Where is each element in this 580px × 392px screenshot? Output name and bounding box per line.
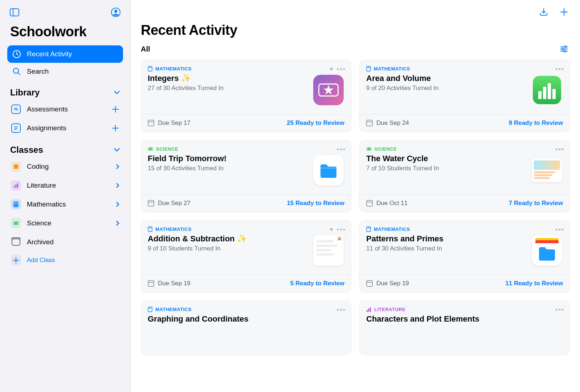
ready-to-review-link[interactable]: 15 Ready to Review xyxy=(287,200,344,207)
svg-point-5 xyxy=(13,68,19,73)
subject-icon xyxy=(366,146,372,152)
activity-card[interactable]: MATHEMATICS Addition & Subtraction ✨ 9 o… xyxy=(141,220,351,293)
ready-to-review-link[interactable]: 5 Ready to Review xyxy=(290,280,344,287)
card-body: LITERATURE Characters and Plot Elements … xyxy=(360,301,569,355)
sidebar-item-literature[interactable]: Literature xyxy=(7,176,123,195)
svg-point-36 xyxy=(562,48,564,50)
subject-label: LITERATURE xyxy=(374,307,405,312)
assignments-icon xyxy=(11,123,21,133)
due-date: Due Sep 19 xyxy=(148,280,191,287)
svg-rect-57 xyxy=(370,307,371,312)
atom-icon xyxy=(11,218,21,228)
favorite-icon[interactable]: ♥ xyxy=(330,226,333,233)
ready-to-review-link[interactable]: 25 Ready to Review xyxy=(287,119,344,127)
svg-line-6 xyxy=(18,73,20,75)
card-actions: ••• xyxy=(337,306,346,314)
subject-icon xyxy=(148,226,152,232)
subject-icon xyxy=(148,146,153,152)
chevron-right-icon xyxy=(116,183,119,188)
account-icon[interactable] xyxy=(110,7,122,18)
add-assignment-button[interactable] xyxy=(111,124,119,132)
svg-point-22 xyxy=(17,204,17,205)
svg-point-38 xyxy=(564,50,566,52)
activity-card[interactable]: MATHEMATICS Area and Volume 9 of 20 Acti… xyxy=(359,60,570,132)
ready-to-review-link[interactable]: 11 Ready to Review xyxy=(505,280,563,287)
more-options-button[interactable]: ••• xyxy=(555,146,564,153)
card-content: MATHEMATICS Integers ✨ 27 of 30 Activiti… xyxy=(148,66,310,110)
sidebar-item-mathematics[interactable]: Mathematics xyxy=(7,195,123,214)
svg-rect-49 xyxy=(148,227,152,232)
svg-rect-55 xyxy=(367,310,368,312)
more-options-button[interactable]: ••• xyxy=(337,306,346,314)
toggle-sidebar-icon[interactable] xyxy=(9,7,20,18)
code-icon xyxy=(11,162,21,172)
card-body: MATHEMATICS Addition & Subtraction ✨ 9 o… xyxy=(141,221,351,274)
sidebar-item-recent-activity[interactable]: Recent Activity xyxy=(7,45,123,63)
svg-point-26 xyxy=(16,223,17,224)
subject-icon xyxy=(148,307,152,312)
add-assessment-button[interactable] xyxy=(111,105,119,113)
svg-rect-15 xyxy=(14,186,15,188)
svg-point-3 xyxy=(114,10,117,13)
svg-rect-39 xyxy=(148,66,152,71)
sidebar-item-label: Recent Activity xyxy=(27,50,72,58)
plus-icon xyxy=(11,255,21,265)
sidebar-item-science[interactable]: Science xyxy=(7,214,123,233)
card-title: Area and Volume xyxy=(366,74,528,83)
more-options-button[interactable]: ••• xyxy=(555,306,564,314)
svg-point-23 xyxy=(15,205,15,206)
subject-tag: MATHEMATICS xyxy=(148,307,344,312)
activity-card[interactable]: LITERATURE Characters and Plot Elements … xyxy=(359,301,570,355)
archive-icon xyxy=(11,237,21,247)
sidebar-item-coding[interactable]: Coding xyxy=(7,157,123,176)
classes-title: Classes xyxy=(10,145,43,155)
card-actions: ♥ ••• xyxy=(330,226,346,233)
card-subtitle: 15 of 30 Activities Turned In xyxy=(148,165,310,172)
card-title: Integers ✨ xyxy=(148,74,310,83)
subject-icon xyxy=(366,307,371,312)
library-item-assignments[interactable]: Assignments xyxy=(7,119,123,138)
more-options-button[interactable]: ••• xyxy=(337,65,346,73)
subject-icon xyxy=(366,66,371,72)
more-options-button[interactable]: ••• xyxy=(555,226,564,233)
library-section-header[interactable]: Library xyxy=(7,80,123,100)
activity-card[interactable]: MATHEMATICS Graphing and Coordinates ••• xyxy=(141,301,351,355)
more-options-button[interactable]: ••• xyxy=(555,65,564,73)
filter-all[interactable]: All xyxy=(141,45,150,53)
svg-point-25 xyxy=(17,205,17,206)
calendar-icon xyxy=(366,120,373,126)
card-title: Graphing and Coordinates xyxy=(148,314,344,324)
ready-to-review-link[interactable]: 9 Ready to Review xyxy=(509,119,563,127)
card-body: MATHEMATICS Area and Volume 9 of 20 Acti… xyxy=(360,60,569,114)
bars-icon xyxy=(11,180,21,191)
clock-icon xyxy=(12,50,21,58)
activity-card[interactable]: MATHEMATICS Integers ✨ 27 of 30 Activiti… xyxy=(141,60,351,132)
activity-card[interactable]: SCIENCE The Water Cycle 7 of 10 Students… xyxy=(359,140,570,212)
download-button[interactable] xyxy=(538,6,550,18)
card-subtitle: 7 of 10 Students Turned In xyxy=(366,165,528,172)
subject-tag: SCIENCE xyxy=(366,146,528,152)
subject-label: SCIENCE xyxy=(375,146,397,152)
card-thumbnail xyxy=(532,155,562,185)
more-options-button[interactable]: ••• xyxy=(337,146,346,153)
add-class-button[interactable]: Add Class xyxy=(7,252,123,269)
library-item-assessments[interactable]: % Assessments xyxy=(7,100,123,119)
activity-card[interactable]: MATHEMATICS Patterns and Primes 11 of 30… xyxy=(359,220,570,293)
calendar-icon xyxy=(148,280,154,287)
more-options-button[interactable]: ••• xyxy=(337,226,346,233)
sidebar-item-search[interactable]: Search xyxy=(7,63,123,80)
svg-rect-56 xyxy=(368,309,369,312)
filter-settings-button[interactable] xyxy=(558,43,570,55)
favorite-icon[interactable]: ♥ xyxy=(330,66,333,73)
subject-icon xyxy=(366,226,371,232)
card-content: SCIENCE The Water Cycle 7 of 10 Students… xyxy=(366,146,528,190)
ready-to-review-link[interactable]: 7 Ready to Review xyxy=(509,200,563,207)
subject-tag: MATHEMATICS xyxy=(366,226,528,232)
card-footer: Due Sep 17 25 Ready to Review xyxy=(141,114,351,132)
subject-label: MATHEMATICS xyxy=(155,66,192,72)
activity-card[interactable]: SCIENCE Field Trip Tomorrow! 15 of 30 Ac… xyxy=(141,140,351,212)
card-subtitle: 27 of 30 Activities Turned In xyxy=(148,85,310,92)
sidebar-item-archived[interactable]: Archived xyxy=(7,233,123,252)
classes-section-header[interactable]: Classes xyxy=(7,138,123,157)
add-button[interactable] xyxy=(558,6,570,18)
